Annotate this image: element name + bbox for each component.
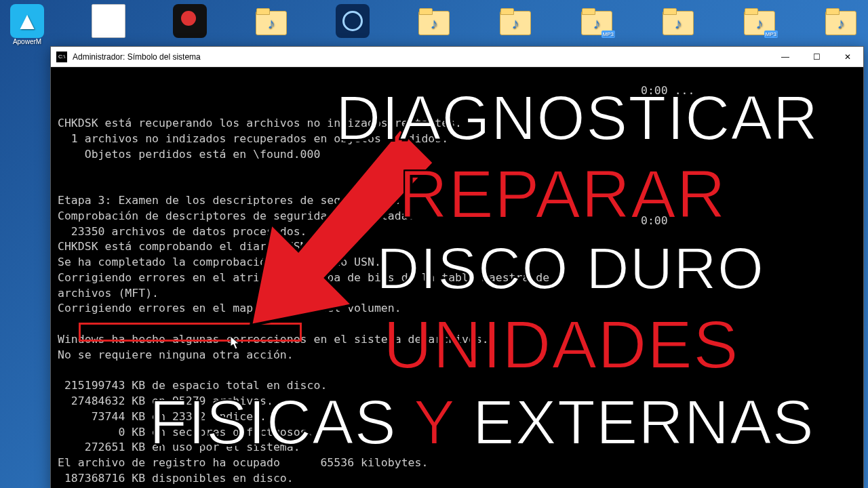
music-note-icon: ♪ xyxy=(837,15,845,33)
music-note-icon: ♪ xyxy=(268,15,275,33)
terminal-line: Windows ha hecho algunas correcciones en… xyxy=(58,333,489,346)
terminal-line: 215199743 KB de espacio total en disco. xyxy=(58,379,327,392)
desktop-icon-music-3[interactable]: ♪ xyxy=(495,4,536,52)
music-note-icon: ♪ xyxy=(675,15,682,33)
folder-icon: ♪ xyxy=(417,4,451,38)
desktop-icon-mp3-2[interactable]: ♪MP3 xyxy=(739,4,780,52)
apower-icon: ▲ xyxy=(10,4,44,38)
folder-icon: ♪ xyxy=(824,4,858,38)
desktop-icon-music-4[interactable]: ♪ xyxy=(658,4,698,52)
desktop-icon-music-5[interactable]: ♪ xyxy=(821,4,861,52)
virtualbox-icon xyxy=(336,4,370,38)
desktop-icon-red[interactable] xyxy=(170,4,210,52)
terminal-line: Se ha completado la comprobación del dia… xyxy=(58,256,381,268)
document-icon xyxy=(92,4,125,38)
terminal-line: Corrigiendo errores en el atributo de ma… xyxy=(58,271,549,284)
terminal-body[interactable]: 0:00 ... 0:00 CHKDSK está recuperando lo… xyxy=(51,67,863,488)
terminal-line: Etapa 3: Examen de los descriptores de s… xyxy=(58,194,408,207)
window-title: Administrador: Símbolo del sistema xyxy=(73,52,201,62)
desktop-icons: ▲ ApowerM ♪ ♪ ♪ ♪MP3 ♪ ♪MP3 ♪ xyxy=(7,4,861,52)
desktop-icon-music-1[interactable]: ♪ xyxy=(251,4,292,52)
cmd-icon: C:\ xyxy=(56,52,67,62)
folder-icon: ♪ xyxy=(661,4,695,38)
desktop-icon-doc[interactable] xyxy=(88,4,129,52)
mp3-badge: MP3 xyxy=(764,30,778,38)
music-note-icon: ♪ xyxy=(593,15,601,33)
desktop-icon-music-2[interactable]: ♪ xyxy=(414,4,454,52)
music-note-icon: ♪ xyxy=(756,15,764,33)
terminal-line: Objetos perdidos está en \found.000 xyxy=(58,148,320,161)
folder-icon: ♪ xyxy=(498,4,532,38)
desktop-icon-virtualbox[interactable] xyxy=(332,4,373,52)
terminal-line: 272651 KB en uso por el sistema. xyxy=(58,441,300,453)
terminal-line: 1 archivos no indizados recuperados en o… xyxy=(58,132,448,145)
folder-icon: ♪ xyxy=(254,4,288,38)
cmd-window: C:\ Administrador: Símbolo del sistema —… xyxy=(50,46,864,488)
maximize-button[interactable]: ☐ xyxy=(801,47,832,67)
close-button[interactable]: ✕ xyxy=(832,47,863,67)
mp3-badge: MP3 xyxy=(601,30,615,38)
terminal-line: 187368716 KB disponibles en disco. xyxy=(58,472,294,485)
terminal-line: archivos (MFT). xyxy=(58,287,159,300)
desktop-icon-mp3-1[interactable]: ♪MP3 xyxy=(576,4,617,52)
music-note-icon: ♪ xyxy=(512,15,519,33)
minimize-button[interactable]: — xyxy=(770,47,801,67)
desktop-icon-apower[interactable]: ▲ ApowerM xyxy=(7,4,47,52)
terminal-line: No se requiere ninguna otra acción. xyxy=(58,348,294,361)
terminal-line: 23350 archivos de datos procesados. xyxy=(58,225,307,238)
terminal-line: CHKDSK está recuperando los archivos no … xyxy=(58,117,462,129)
terminal-line: CHKDSK está comprobando el diario USN... xyxy=(58,240,327,253)
folder-icon: ♪MP3 xyxy=(743,4,776,38)
terminal-line: 73744 KB en 23352 índices. xyxy=(58,410,267,423)
window-titlebar[interactable]: C:\ Administrador: Símbolo del sistema —… xyxy=(51,47,863,67)
desktop-icon-label: ApowerM xyxy=(13,38,41,45)
elapsed-time-2: 0:00 xyxy=(641,214,668,229)
terminal-line: El archivo de registro ha ocupado 65536 … xyxy=(58,456,428,469)
terminal-line: Comprobación de descriptores de segurida… xyxy=(58,209,415,222)
terminal-line: Corrigiendo errores en el mapa de bits d… xyxy=(58,302,401,314)
red-app-icon xyxy=(173,4,207,38)
music-note-icon: ♪ xyxy=(431,15,438,33)
folder-icon: ♪MP3 xyxy=(580,4,614,38)
terminal-line: 27484632 KB en 95279 archivos. xyxy=(58,394,273,407)
window-buttons: — ☐ ✕ xyxy=(770,47,863,67)
elapsed-time-1: 0:00 ... xyxy=(641,83,694,99)
terminal-line: 0 KB en sectores defectuosos. xyxy=(58,426,314,439)
